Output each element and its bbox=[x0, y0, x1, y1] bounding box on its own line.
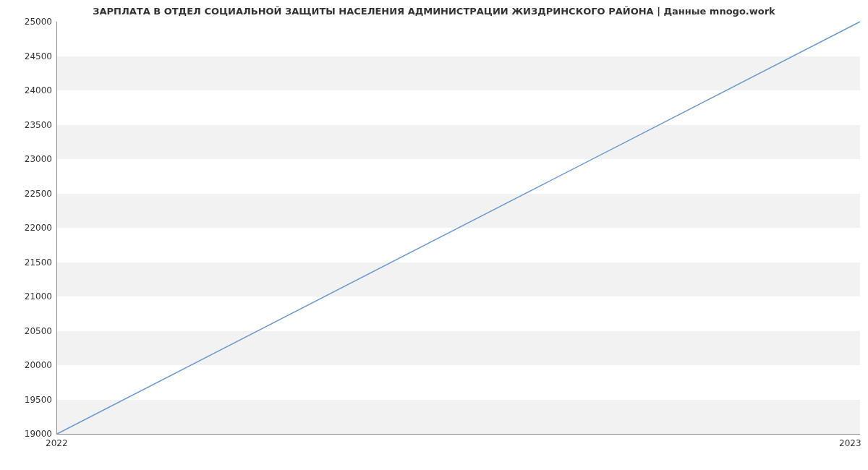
y-tick-label: 20000 bbox=[1, 360, 52, 370]
chart-title: ЗАРПЛАТА В ОТДЕЛ СОЦИАЛЬНОЙ ЗАЩИТЫ НАСЕЛ… bbox=[0, 6, 868, 17]
y-tick-label: 21000 bbox=[1, 291, 52, 302]
line-layer bbox=[57, 22, 860, 434]
y-tick-label: 20500 bbox=[1, 326, 52, 336]
y-tick-label: 23500 bbox=[1, 120, 52, 130]
x-tick-label: 2023 bbox=[839, 438, 861, 448]
x-tick-label: 2022 bbox=[46, 438, 68, 448]
data-line bbox=[57, 22, 860, 434]
chart-container: ЗАРПЛАТА В ОТДЕЛ СОЦИАЛЬНОЙ ЗАЩИТЫ НАСЕЛ… bbox=[0, 0, 868, 470]
y-tick-label: 25000 bbox=[1, 17, 52, 27]
y-tick-label: 23000 bbox=[1, 154, 52, 164]
y-tick-label: 22500 bbox=[1, 189, 52, 199]
y-tick-label: 19000 bbox=[1, 429, 52, 439]
y-tick-label: 19500 bbox=[1, 395, 52, 405]
plot-area bbox=[56, 22, 860, 435]
y-tick-label: 22000 bbox=[1, 223, 52, 233]
y-tick-label: 21500 bbox=[1, 257, 52, 268]
y-tick-label: 24000 bbox=[1, 85, 52, 95]
y-tick-label: 24500 bbox=[1, 51, 52, 61]
